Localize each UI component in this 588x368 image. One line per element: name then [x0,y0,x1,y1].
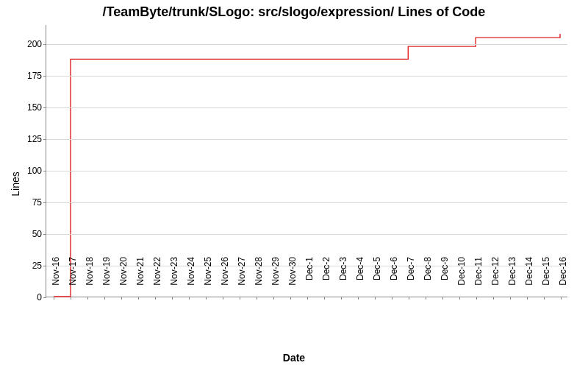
xtick-label: 24-Nov [186,257,196,301]
xtick-label: 5-Dec [372,257,382,301]
xtick-label: 18-Nov [85,257,95,301]
xtick-label: 28-Nov [254,257,264,301]
gridline [46,202,567,203]
ytick-label: 0 [37,292,46,302]
chart-title: /TeamByte/trunk/SLogo: src/slogo/express… [0,4,588,20]
xtick-label: 13-Dec [507,257,517,301]
xtick-label: 23-Nov [169,257,179,301]
x-axis-label: Date [0,352,588,364]
xtick-label: 29-Nov [270,257,281,301]
xtick-label: 9-Dec [440,257,450,301]
xtick-label: 7-Dec [406,257,416,301]
xtick-label: 1-Dec [304,257,315,301]
gridline [46,44,567,45]
xtick-label: 16-Dec [558,257,568,301]
xtick-label: 16-Nov [51,257,61,301]
gridline [46,107,567,108]
xtick-label: 21-Nov [135,257,146,301]
ytick-label: 25 [32,261,46,271]
xtick-label: 26-Nov [220,257,230,301]
gridline [46,139,567,140]
gridline [46,76,567,77]
xtick-label: 6-Dec [389,257,399,301]
xtick-label: 10-Dec [456,257,467,301]
xtick-label: 3-Dec [338,257,348,301]
ytick-label: 175 [27,71,46,81]
xtick-label: 22-Nov [152,257,162,301]
xtick-label: 15-Dec [541,257,551,301]
y-axis-label: Lines [10,171,21,196]
xtick-label: 30-Nov [287,257,298,301]
gridline [46,234,567,235]
ytick-label: 150 [27,102,46,113]
gridline [46,171,567,171]
data-line [46,25,567,297]
ytick-label: 50 [32,229,46,239]
loc-chart: /TeamByte/trunk/SLogo: src/slogo/express… [0,0,588,368]
xtick-label: 27-Nov [237,257,247,301]
xtick-label: 2-Dec [321,257,331,301]
xtick-label: 14-Dec [524,257,534,301]
xtick-label: 12-Dec [490,257,501,301]
ytick-label: 125 [27,134,46,144]
ytick-label: 100 [27,166,46,176]
plot-area: 025507510012515017520016-Nov17-Nov18-Nov… [46,25,567,297]
xtick-label: 17-Nov [68,257,78,301]
xtick-label: 4-Dec [355,257,365,301]
xtick-label: 11-Dec [473,257,484,301]
xtick-label: 20-Nov [118,257,129,301]
xtick-label: 25-Nov [203,257,213,301]
xtick-label: 19-Nov [101,257,112,301]
xtick-label: 8-Dec [423,257,433,301]
ytick-label: 75 [32,197,46,208]
ytick-label: 200 [27,39,46,49]
